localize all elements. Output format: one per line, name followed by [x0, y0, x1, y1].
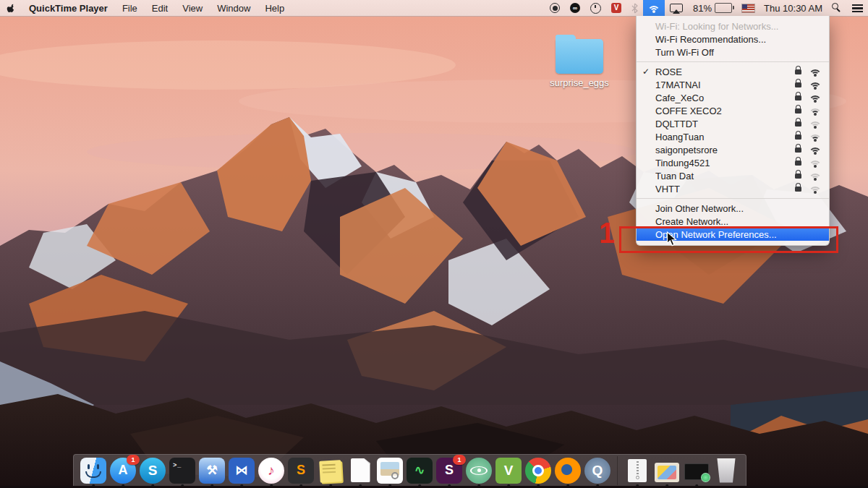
dock-item-vysor[interactable]: V [495, 457, 522, 484]
dock-item-skype[interactable]: S [140, 457, 166, 484]
wifi-network-item[interactable]: COFFE XECO2 [637, 104, 829, 117]
terminal-icon: >_ [169, 458, 195, 484]
wifi-network-item[interactable]: Tuan Dat [637, 169, 829, 182]
app-store-badge: 1 [127, 455, 140, 465]
wifi-recommendations-item[interactable]: Wi-Fi Recommendations... [637, 33, 829, 46]
dock-item-app-store[interactable]: A1 [110, 457, 136, 484]
skype-icon: S [140, 458, 166, 484]
dock-item-visual-studio[interactable]: ⋈ [229, 457, 255, 484]
wifi-signal-icon [809, 158, 822, 168]
dock-item-itunes[interactable]: ♪ [258, 457, 284, 484]
wifi-signal-icon [809, 93, 822, 103]
dock-item-sublime-text[interactable]: S [288, 457, 314, 484]
menu-file[interactable]: File [115, 0, 145, 16]
lock-icon [795, 69, 801, 74]
firefox-icon [555, 458, 581, 484]
menu-window[interactable]: Window [210, 0, 258, 16]
desktop-folder-surprise-eggs[interactable]: surprise_eggs [547, 39, 612, 88]
input-language-status[interactable] [737, 0, 760, 16]
v-app-icon [611, 3, 621, 13]
dock-item-slack[interactable]: S1 [436, 457, 462, 484]
lock-icon [795, 82, 801, 87]
textedit-icon [351, 458, 370, 482]
trash-icon [715, 458, 737, 483]
dock-item-stickies[interactable] [318, 457, 344, 484]
wifi-network-item[interactable]: ✓ ROSE [637, 65, 829, 78]
wifi-menu-extra[interactable] [643, 0, 665, 16]
lock-icon [795, 187, 801, 192]
lock-icon [795, 174, 801, 179]
dock-item-preview[interactable] [377, 457, 403, 484]
finder-icon [80, 458, 106, 484]
record-status-icon[interactable] [545, 0, 565, 16]
slack-badge: 1 [453, 455, 466, 465]
wifi-network-item[interactable]: saigonpetsrore [637, 143, 829, 156]
wifi-network-item[interactable]: Cafe_XeCo [637, 91, 829, 104]
lock-icon [795, 134, 801, 140]
dock-item-quicktime[interactable]: Q [584, 457, 610, 484]
activity-monitor-icon: ∿ [407, 458, 433, 484]
dock-item-shared-screen[interactable] [684, 457, 710, 484]
lock-icon [795, 160, 801, 166]
notification-center-button[interactable] [847, 0, 868, 16]
wifi-signal-icon [809, 106, 822, 116]
apple-menu[interactable] [0, 0, 22, 16]
wifi-network-item[interactable]: 17MATNAI [637, 78, 829, 91]
dock-item-terminal[interactable]: >_ [169, 457, 195, 484]
wifi-network-item[interactable]: VHTT [637, 182, 829, 195]
lock-icon [795, 121, 801, 127]
vysor-icon: V [495, 458, 522, 484]
itunes-icon: ♪ [258, 458, 284, 484]
folder-icon [556, 39, 603, 74]
preview-icon [377, 458, 403, 484]
timer-status[interactable] [585, 0, 606, 16]
folder-label: surprise_eggs [547, 77, 612, 88]
turn-wifi-off-item[interactable]: Turn Wi-Fi Off [637, 46, 829, 59]
menu-view[interactable]: View [175, 0, 210, 16]
dock-item-activity-monitor[interactable]: ∿ [407, 457, 433, 484]
menubar-app-name[interactable]: QuickTime Player [22, 0, 115, 16]
apple-logo-icon [7, 3, 16, 14]
sublime-text-icon: S [288, 458, 314, 484]
menu-help[interactable]: Help [258, 0, 292, 16]
wifi-network-item[interactable]: DQLTTDT [637, 117, 829, 130]
battery-status[interactable]: 81% [688, 0, 737, 16]
dock: A1 S >_ ⚒ ⋈ ♪ S ∿ S1 V Q [73, 454, 746, 486]
creative-cloud-status[interactable] [565, 0, 585, 16]
dock-item-zip-document[interactable] [624, 457, 650, 484]
dock-item-finder[interactable] [80, 457, 106, 484]
dock-item-downloads[interactable] [654, 457, 680, 484]
airplay-status[interactable] [665, 0, 688, 16]
wifi-signal-icon [809, 171, 822, 181]
wifi-network-item[interactable]: HoangTuan [637, 130, 829, 143]
us-flag-icon [742, 4, 754, 12]
dock-item-trash[interactable] [713, 457, 739, 484]
zip-document-icon [628, 459, 647, 482]
dock-item-xcode[interactable]: ⚒ [199, 457, 225, 484]
wifi-signal-icon [809, 184, 822, 194]
bluetooth-icon [631, 3, 638, 14]
annotation-highlight-box [619, 226, 838, 253]
notification-center-icon [852, 4, 863, 12]
menu-separator [637, 198, 829, 199]
wifi-status-item: Wi-Fi: Looking for Networks... [637, 20, 829, 33]
wifi-network-item[interactable]: Tindung4521 [637, 156, 829, 169]
wifi-signal-icon [809, 145, 822, 155]
airplay-icon [670, 4, 683, 12]
dock-item-atom[interactable] [466, 457, 492, 484]
menubar-clock[interactable]: Thu 10:30 AM [760, 0, 827, 16]
bluetooth-status[interactable] [626, 0, 643, 16]
chrome-icon [525, 458, 551, 484]
dock-item-firefox[interactable] [555, 457, 581, 484]
join-other-network-item[interactable]: Join Other Network... [637, 202, 829, 215]
v-app-status[interactable] [606, 0, 626, 16]
spotlight-button[interactable] [827, 0, 847, 16]
spotlight-icon [832, 3, 842, 13]
shared-screen-icon [684, 463, 709, 480]
menu-edit[interactable]: Edit [145, 0, 175, 16]
dock-item-textedit[interactable] [347, 457, 373, 484]
app-store-icon: A1 [110, 458, 136, 484]
wifi-icon [647, 4, 660, 13]
dock-item-chrome[interactable] [525, 457, 551, 484]
wifi-signal-icon [809, 119, 822, 129]
